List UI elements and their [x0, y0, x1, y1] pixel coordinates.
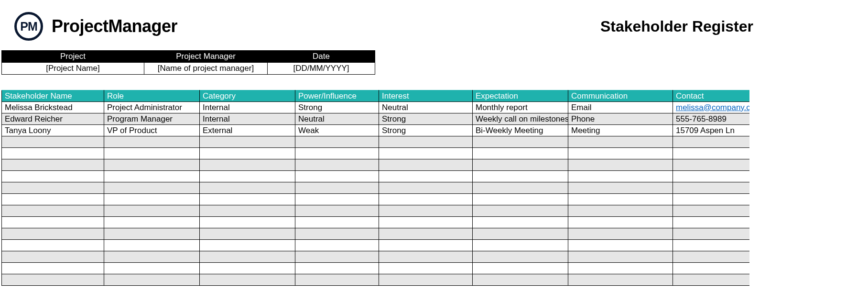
- cell-expectation[interactable]: [473, 148, 568, 159]
- cell-expectation[interactable]: [473, 240, 568, 251]
- cell-name[interactable]: [2, 240, 104, 251]
- cell-name[interactable]: [2, 194, 104, 205]
- cell-role[interactable]: [104, 263, 200, 274]
- cell-communication[interactable]: Email: [568, 102, 673, 113]
- cell-name[interactable]: [2, 136, 104, 148]
- cell-communication[interactable]: Phone: [568, 113, 673, 125]
- cell-role[interactable]: [104, 136, 200, 148]
- cell-role[interactable]: [104, 217, 200, 228]
- cell-category[interactable]: [200, 136, 295, 148]
- cell-name[interactable]: Melissa Brickstead: [2, 102, 104, 113]
- cell-interest[interactable]: [379, 171, 473, 182]
- cell-name[interactable]: [2, 263, 104, 274]
- cell-name[interactable]: [2, 171, 104, 182]
- cell-name[interactable]: [2, 205, 104, 217]
- cell-category[interactable]: [200, 263, 295, 274]
- meta-value-date[interactable]: [DD/MM/YYYY]: [268, 63, 375, 75]
- cell-communication[interactable]: [568, 205, 673, 217]
- cell-interest[interactable]: [379, 240, 473, 251]
- cell-name[interactable]: [2, 148, 104, 159]
- cell-role[interactable]: [104, 182, 200, 194]
- cell-power[interactable]: Weak: [295, 125, 379, 136]
- cell-expectation[interactable]: [473, 136, 568, 148]
- cell-role[interactable]: [104, 171, 200, 182]
- cell-communication[interactable]: [568, 228, 673, 240]
- cell-expectation[interactable]: [473, 228, 568, 240]
- cell-contact[interactable]: [673, 205, 749, 217]
- meta-value-manager[interactable]: [Name of project manager]: [144, 63, 268, 75]
- cell-name[interactable]: Edward Reicher: [2, 113, 104, 125]
- cell-power[interactable]: [295, 217, 379, 228]
- cell-contact[interactable]: [673, 228, 749, 240]
- cell-communication[interactable]: [568, 251, 673, 263]
- cell-role[interactable]: [104, 194, 200, 205]
- cell-power[interactable]: [295, 182, 379, 194]
- cell-power[interactable]: [295, 159, 379, 171]
- meta-value-project[interactable]: [Project Name]: [2, 63, 144, 75]
- cell-contact[interactable]: [673, 159, 749, 171]
- cell-power[interactable]: Neutral: [295, 113, 379, 125]
- cell-name[interactable]: [2, 159, 104, 171]
- cell-name[interactable]: [2, 274, 104, 286]
- cell-communication[interactable]: [568, 217, 673, 228]
- cell-expectation[interactable]: [473, 274, 568, 286]
- cell-expectation[interactable]: [473, 194, 568, 205]
- cell-name[interactable]: [2, 182, 104, 194]
- cell-contact[interactable]: [673, 194, 749, 205]
- cell-communication[interactable]: [568, 159, 673, 171]
- cell-contact[interactable]: 555-765-8989: [673, 113, 749, 125]
- cell-power[interactable]: [295, 274, 379, 286]
- cell-role[interactable]: [104, 251, 200, 263]
- cell-power[interactable]: [295, 171, 379, 182]
- cell-category[interactable]: [200, 228, 295, 240]
- cell-power[interactable]: [295, 136, 379, 148]
- cell-contact[interactable]: [673, 240, 749, 251]
- cell-power[interactable]: [295, 251, 379, 263]
- cell-role[interactable]: [104, 159, 200, 171]
- cell-expectation[interactable]: Bi-Weekly Meeting: [473, 125, 568, 136]
- cell-communication[interactable]: [568, 240, 673, 251]
- contact-link[interactable]: melissa@company.com: [676, 103, 749, 112]
- cell-communication[interactable]: [568, 274, 673, 286]
- cell-role[interactable]: [104, 240, 200, 251]
- cell-category[interactable]: External: [200, 125, 295, 136]
- cell-contact[interactable]: 15709 Aspen Ln: [673, 125, 749, 136]
- cell-communication[interactable]: [568, 263, 673, 274]
- cell-expectation[interactable]: [473, 182, 568, 194]
- cell-interest[interactable]: Strong: [379, 113, 473, 125]
- cell-contact[interactable]: melissa@company.com: [673, 102, 749, 113]
- cell-contact[interactable]: [673, 251, 749, 263]
- cell-role[interactable]: [104, 148, 200, 159]
- cell-category[interactable]: Internal: [200, 113, 295, 125]
- cell-power[interactable]: [295, 228, 379, 240]
- cell-contact[interactable]: [673, 148, 749, 159]
- cell-name[interactable]: [2, 217, 104, 228]
- cell-category[interactable]: [200, 148, 295, 159]
- cell-expectation[interactable]: [473, 205, 568, 217]
- cell-category[interactable]: [200, 205, 295, 217]
- cell-communication[interactable]: [568, 148, 673, 159]
- cell-name[interactable]: [2, 228, 104, 240]
- cell-category[interactable]: [200, 159, 295, 171]
- cell-expectation[interactable]: Weekly call on milestones: [473, 113, 568, 125]
- cell-role[interactable]: [104, 228, 200, 240]
- cell-role[interactable]: Project Administrator: [104, 102, 200, 113]
- cell-interest[interactable]: [379, 228, 473, 240]
- cell-interest[interactable]: [379, 205, 473, 217]
- cell-interest[interactable]: [379, 182, 473, 194]
- cell-role[interactable]: VP of Product: [104, 125, 200, 136]
- cell-power[interactable]: [295, 205, 379, 217]
- cell-contact[interactable]: [673, 217, 749, 228]
- cell-interest[interactable]: [379, 217, 473, 228]
- cell-category[interactable]: [200, 240, 295, 251]
- cell-category[interactable]: [200, 274, 295, 286]
- cell-role[interactable]: Program Manager: [104, 113, 200, 125]
- cell-category[interactable]: [200, 171, 295, 182]
- cell-interest[interactable]: [379, 194, 473, 205]
- cell-expectation[interactable]: [473, 263, 568, 274]
- cell-interest[interactable]: [379, 159, 473, 171]
- cell-category[interactable]: [200, 217, 295, 228]
- cell-role[interactable]: [104, 274, 200, 286]
- cell-interest[interactable]: Strong: [379, 125, 473, 136]
- cell-interest[interactable]: [379, 148, 473, 159]
